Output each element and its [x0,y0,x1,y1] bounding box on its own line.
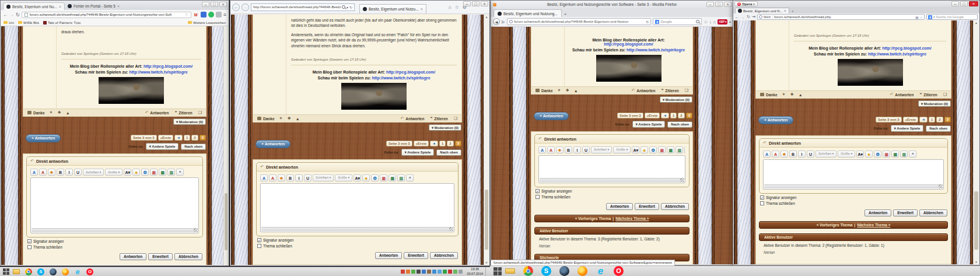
tab-close-icon[interactable]: × [117,4,120,8]
quote-icon[interactable]: ❝ [176,169,184,176]
scroll-up-icon[interactable]: ▲ [484,15,489,19]
menu-icon[interactable]: ≡ [223,12,226,18]
insert-table-icon[interactable]: ▥ [397,174,405,181]
textarea-scrollbar[interactable] [32,228,198,232]
back-icon[interactable]: ← [735,15,739,19]
page-3-current[interactable]: 3 [686,113,692,118]
adblock-icon[interactable]: ABP ▾ [718,19,727,25]
underline-icon[interactable]: U [582,146,590,153]
scroll-up-icon[interactable]: ▲ [974,21,979,25]
post-reply-button[interactable]: + Antworten [534,112,569,120]
forward-icon[interactable]: → [9,12,14,18]
multiquote-icon[interactable]: ❏ [943,92,947,97]
address-bar[interactable]: forum.scharesoft.de/showthread.php?44646… [22,12,191,18]
reload-icon[interactable]: ↻ [646,20,649,24]
page-2-button[interactable]: 2 [678,113,684,118]
search-box[interactable]: g Google [653,18,702,25]
remove-format-icon[interactable]: A [39,169,47,176]
taskbar-steam-icon[interactable] [559,266,569,276]
back-icon[interactable]: ◀ [493,18,500,25]
show-desktop-button[interactable] [485,267,488,276]
blog-link[interactable]: http://rpcg.blogspot.com/ [882,46,931,50]
twitch-link[interactable]: http://www.twitch.tv/spiritogre [372,76,430,80]
star-rating-icon[interactable]: ✶ [782,92,786,97]
insert-video-icon[interactable]: ▦ [667,146,674,153]
insert-table-icon[interactable]: ▥ [900,151,908,158]
quote-link[interactable]: ❝ Zitieren [430,116,447,121]
insert-image-icon[interactable]: ▣ [883,151,890,158]
remove-format-icon[interactable]: A [772,151,779,158]
reply-link[interactable]: ↶ Antworten [145,110,169,115]
smilies-icon[interactable]: ☻ [132,169,140,176]
insert-table-icon[interactable]: ▥ [167,169,175,176]
taskbar-opera-icon[interactable] [86,268,93,275]
show-signature-checkbox[interactable]: ✓ [760,195,764,200]
tab-besitz-eigentum[interactable]: Besitz, Eigentum und N... × [735,8,789,13]
tab-besitz-eigentum[interactable]: Besitz, Eigentum und Nu... × [3,2,65,10]
insert-video-icon[interactable]: ▦ [388,174,396,181]
textarea-resize-grip[interactable] [680,178,684,182]
show-signature-checkbox[interactable]: ✓ [27,239,32,243]
scroll-down-icon[interactable]: ▼ [974,260,979,264]
taskbar-chrome-icon[interactable] [25,268,32,275]
reply-link[interactable]: ↶ Antworten [631,88,655,93]
font-size-select[interactable]: Größe ▾ [838,151,855,158]
scrollbar-thumb[interactable] [225,193,228,250]
tray-icon[interactable] [459,270,463,274]
forward-icon[interactable]: → [741,15,745,19]
back-to-top-button[interactable]: Nach oben [436,149,461,156]
font-family-select[interactable]: Schriftart ▾ [83,169,104,176]
italic-icon[interactable]: I [798,151,806,158]
page-2-button[interactable]: 2 [447,141,453,146]
home-icon[interactable]: ⌂ [713,19,716,25]
underline-icon[interactable]: U [304,174,312,181]
submit-reply-button[interactable]: Antworten [864,209,891,216]
forum-jump-dropdown[interactable]: ▾ Andere Spiele [891,125,923,132]
taskbar-chrome-icon[interactable] [523,266,533,276]
font-color-icon[interactable]: A [30,169,38,176]
bookmark-star-icon[interactable]: ☆ [184,12,188,17]
twitch-link[interactable]: http://www.twitch.tv/spiritogre [129,70,187,74]
scroll-down-icon[interactable]: ▼ [484,261,489,264]
reply-textarea[interactable] [30,177,199,233]
tray-icon[interactable] [448,270,452,274]
active-user-name[interactable]: Nerian [539,244,685,248]
tray-icon[interactable] [401,270,405,274]
page-2-button[interactable]: 2 [936,117,943,123]
bold-icon[interactable]: B [286,174,294,181]
tab-groups-icon[interactable]: ▪ [729,19,731,25]
blog-link[interactable]: http://rpcg.blogspot.com/ [144,64,192,68]
moderation-button[interactable]: ▾ Moderation (0) [429,124,461,131]
bookmark-w40k-bits[interactable]: W40k Bits [18,21,39,25]
scrollbar-thumb[interactable] [485,190,488,250]
font-color-icon[interactable]: A [260,174,268,181]
report-warning-icon[interactable]: ▲ [296,117,300,121]
font-size-select[interactable]: Größe ▾ [105,169,123,176]
close-button[interactable]: × [219,2,227,7]
previous-thread-link[interactable]: « Vorheriges Thema [817,223,853,227]
star-rating-icon[interactable]: ✶ [50,110,53,115]
tray-icon[interactable] [432,270,436,274]
reply-link[interactable]: ↶ Antworten [400,116,424,121]
insert-link-icon[interactable]: ❂ [874,151,881,158]
font-color-icon[interactable]: A [763,151,771,158]
taskbar-ie-icon[interactable] [596,266,606,276]
reply-link[interactable]: ↶ Antworten [890,92,914,97]
advanced-reply-button[interactable]: Erweitert [893,209,918,216]
minimize-button[interactable]: – [202,2,209,7]
forward-icon[interactable]: → [242,4,249,11]
quote-link[interactable]: ❝ Zitieren [661,88,678,93]
scrollbar-thumb[interactable] [974,191,978,250]
blog-link[interactable]: http://rpcg.blogspot.com/ [386,70,435,74]
close-button[interactable]: × [481,1,488,6]
forum-jump-dropdown[interactable]: ▾ Andere Spiele [632,121,665,128]
underline-icon[interactable]: U [74,169,82,176]
cancel-reply-button[interactable]: Abbrechen [430,252,458,259]
maximize-button[interactable]: □ [960,1,968,6]
first-page-button[interactable]: «Erste [158,135,173,141]
submit-reply-button[interactable]: Antworten [606,203,633,210]
palette-icon[interactable]: ❖ [278,174,285,181]
palette-icon[interactable]: ❖ [780,151,788,158]
font-family-select[interactable]: Schriftart ▾ [591,146,612,153]
quote-icon[interactable]: ❝ [406,174,414,181]
